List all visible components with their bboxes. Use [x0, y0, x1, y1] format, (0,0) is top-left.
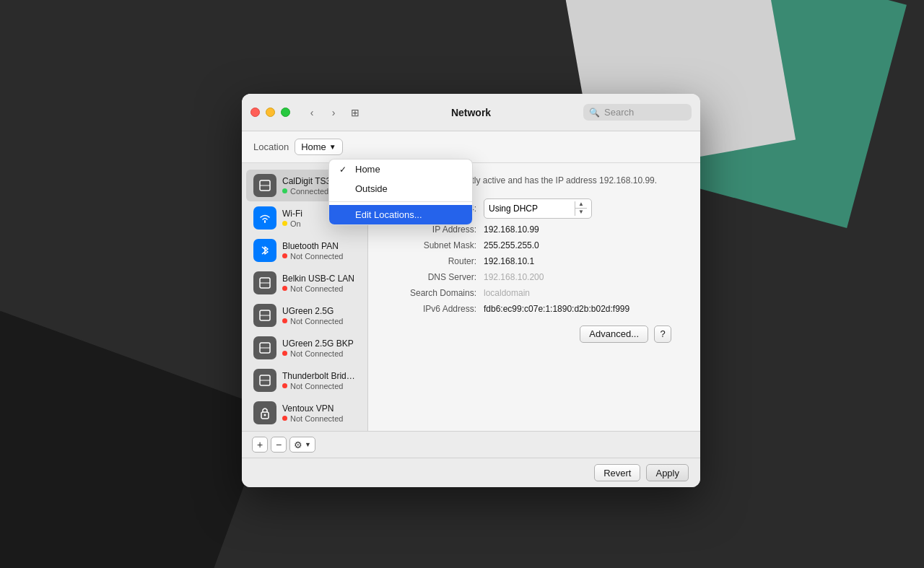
location-option-home[interactable]: ✓ Home [329, 160, 472, 179]
svg-point-11 [264, 414, 266, 416]
dhcp-value: Using DHCP [489, 204, 569, 214]
gear-chevron-icon: ▼ [305, 441, 311, 448]
network-item-bluetooth[interactable]: Bluetooth PAN Not Connected [246, 235, 363, 266]
disconnected-dot6 [282, 416, 287, 421]
location-outside-label: Outside [355, 183, 388, 194]
remove-network-button[interactable]: − [271, 437, 287, 453]
ugreen1-info: UGreen 2.5G Not Connected [282, 306, 356, 325]
disconnected-dot [282, 253, 287, 258]
stepper-down[interactable]: ▼ [575, 209, 587, 216]
menu-separator [329, 201, 472, 202]
subnet-mask-value: 255.255.255.0 [484, 240, 539, 250]
dns-server-row: DNS Server: 192.168.10.200 [383, 272, 686, 282]
ipv6-address-value: fdb6:ec99:c07e:1:1890:d2b:b02d:f999 [484, 304, 629, 314]
edit-locations-label: Edit Locations... [355, 209, 422, 220]
subnet-mask-label: Subnet Mask: [383, 240, 476, 250]
advanced-button[interactable]: Advanced... [580, 325, 648, 343]
close-button[interactable] [250, 108, 260, 117]
vpn-info: Ventoux VPN Not Connected [282, 403, 356, 423]
location-menu: ✓ Home Outside Edit Locations... [328, 159, 473, 225]
search-domains-row: Search Domains: localdomain [383, 288, 686, 298]
belkin-name: Belkin USB-C LAN [282, 274, 356, 284]
gear-menu-button[interactable]: ⚙ ▼ [289, 437, 315, 453]
back-button[interactable]: ‹ [302, 105, 322, 121]
edit-locations-item[interactable]: Edit Locations... [329, 205, 472, 224]
checkmark-icon: ✓ [339, 165, 349, 175]
location-option-outside[interactable]: Outside [329, 179, 472, 198]
advanced-section: Advanced... ? [383, 320, 686, 346]
minimize-button[interactable] [266, 108, 275, 117]
ip-address-label: IP Address: [383, 224, 476, 235]
location-current: Home [301, 141, 326, 152]
belkin-info: Belkin USB-C LAN Not Connected [282, 274, 356, 293]
thunderbolt-info: Thunderbolt Bridge Not Connected [282, 371, 356, 390]
apply-button[interactable]: Apply [646, 464, 689, 481]
search-domains-value: localdomain [484, 288, 530, 298]
vpn-status: Not Connected [282, 414, 356, 423]
disconnected-dot3 [282, 318, 287, 323]
search-domains-label: Search Domains: [383, 288, 476, 298]
grid-icon: ⊞ [351, 107, 359, 118]
bluetooth-info: Bluetooth PAN Not Connected [282, 241, 356, 261]
belkin-status-text: Not Connected [290, 284, 343, 293]
ipv6-address-label: IPv6 Address: [383, 304, 476, 314]
disconnected-dot2 [282, 286, 287, 291]
network-item-belkin[interactable]: Belkin USB-C LAN Not Connected [246, 267, 363, 299]
add-network-button[interactable]: + [252, 437, 268, 453]
ugreen2-status: Not Connected [282, 349, 356, 358]
network-item-ugreen1[interactable]: UGreen 2.5G Not Connected [246, 300, 363, 331]
vpn-icon [253, 401, 276, 424]
chevron-down-icon: ▼ [329, 143, 336, 151]
router-value: 192.168.10.1 [484, 256, 534, 266]
vpn-status-text: Not Connected [290, 414, 343, 423]
thunderbolt-icon [253, 369, 276, 392]
location-bar: Location Home ▼ ✓ Home Outside Edit Loc [242, 131, 700, 163]
window-title: Network [451, 107, 491, 118]
ipv6-address-row: IPv6 Address: fdb6:ec99:c07e:1:1890:d2b:… [383, 304, 686, 314]
thunderbolt-status: Not Connected [282, 382, 356, 390]
ugreen1-icon [253, 304, 276, 327]
titlebar: ‹ › ⊞ Network 🔍 [242, 94, 700, 131]
caldigit-status-text: Connected [290, 187, 328, 196]
search-box[interactable]: 🔍 [583, 104, 692, 121]
network-item-vpn[interactable]: Ventoux VPN Not Connected [246, 397, 363, 429]
network-item-ugreen2[interactable]: UGreen 2.5G BKP Not Connected [246, 332, 363, 364]
dhcp-select[interactable]: Using DHCP ▲ ▼ [484, 198, 592, 219]
on-dot [282, 221, 287, 226]
window-body: Location Home ▼ ✓ Home Outside Edit Loc [242, 131, 700, 487]
router-row: Router: 192.168.10.1 [383, 256, 686, 266]
network-window: ‹ › ⊞ Network 🔍 Location Home ▼ ✓ Home [242, 94, 700, 487]
gear-icon: ⚙ [294, 440, 302, 450]
wifi-status-text: On [290, 219, 301, 228]
search-icon: 🔍 [589, 108, 600, 118]
help-button[interactable]: ? [654, 325, 671, 343]
ugreen1-status-text: Not Connected [290, 317, 343, 325]
network-item-thunderbolt[interactable]: Thunderbolt Bridge Not Connected [246, 364, 363, 396]
ugreen2-name: UGreen 2.5G BKP [282, 338, 356, 349]
bluetooth-icon [253, 239, 276, 262]
bottom-toolbar: + − ⚙ ▼ [242, 432, 700, 458]
ugreen1-status: Not Connected [282, 317, 356, 325]
ip-address-row: IP Address: 192.168.10.99 [383, 224, 686, 235]
forward-button[interactable]: › [323, 105, 344, 121]
search-input[interactable] [604, 107, 686, 118]
stepper-up[interactable]: ▲ [575, 201, 587, 209]
nav-buttons: ‹ › [302, 105, 344, 121]
ugreen2-status-text: Not Connected [290, 349, 343, 358]
location-dropdown[interactable]: Home ▼ [295, 139, 343, 155]
caldigit-icon [253, 174, 276, 197]
ugreen2-info: UGreen 2.5G BKP Not Connected [282, 338, 356, 358]
traffic-lights [250, 108, 290, 117]
dns-server-label: DNS Server: [383, 272, 476, 282]
maximize-button[interactable] [281, 108, 290, 117]
disconnected-dot5 [282, 383, 287, 388]
dns-server-value: 192.168.10.200 [484, 272, 544, 282]
dhcp-stepper[interactable]: ▲ ▼ [575, 201, 587, 216]
thunderbolt-name: Thunderbolt Bridge [282, 371, 356, 381]
bluetooth-status-text: Not Connected [290, 252, 343, 261]
connected-dot [282, 188, 287, 193]
revert-button[interactable]: Revert [594, 464, 640, 481]
router-label: Router: [383, 256, 476, 266]
ugreen2-icon [253, 336, 276, 359]
wifi-icon [253, 206, 276, 230]
